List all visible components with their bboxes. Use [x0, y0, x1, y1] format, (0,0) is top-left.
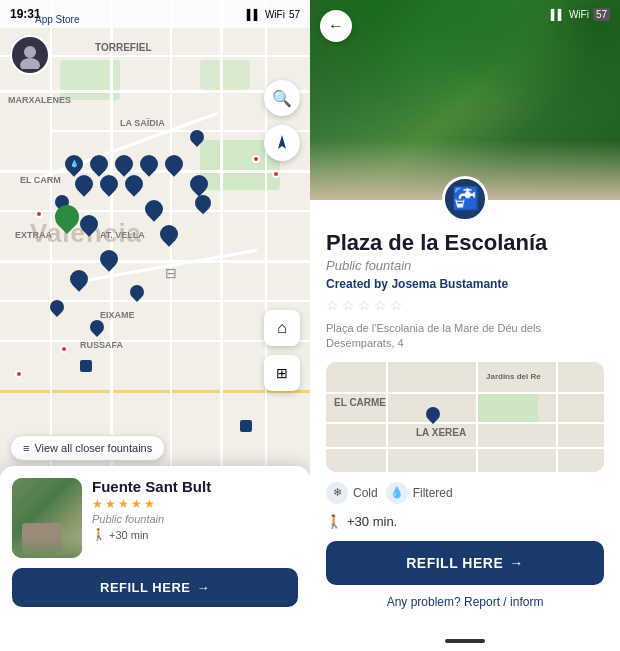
red-marker-3[interactable]	[35, 210, 43, 218]
report-link[interactable]: Report / inform	[464, 595, 543, 609]
road-h6	[0, 260, 310, 263]
fountain-pin-14[interactable]	[100, 250, 118, 272]
home-indicator-right	[445, 639, 485, 643]
cold-label: Cold	[353, 486, 378, 500]
refill-arrow-right: →	[509, 555, 524, 571]
fountain-badge: 🚰	[442, 176, 488, 222]
fountain-pin-18[interactable]	[90, 320, 108, 342]
fountain-pin-19[interactable]	[195, 195, 213, 217]
road-yellow	[0, 390, 310, 393]
fountain-pin-12[interactable]	[80, 215, 98, 237]
refill-label-left: REFILL HERE	[100, 580, 191, 595]
fountain-pin-20[interactable]	[190, 130, 208, 152]
left-panel: 19:31 ▌▌ WiFi 57 App Store TORREFIEL MAR…	[0, 0, 310, 651]
location-icon	[273, 134, 291, 152]
detail-content: Plaza de la Escolanía Public fountain Cr…	[310, 200, 620, 633]
fountain-pin-3[interactable]	[115, 155, 133, 177]
red-marker-2[interactable]	[272, 170, 280, 178]
card-walk: 🚶 +30 min	[92, 528, 298, 541]
filter-button[interactable]: ⊞	[264, 355, 300, 391]
star-2: ★	[105, 497, 116, 511]
filtered-label: Filtered	[413, 486, 453, 500]
view-all-label: View all closer fountains	[34, 442, 152, 454]
star-1: ★	[92, 497, 103, 511]
search-button[interactable]: 🔍	[264, 80, 300, 116]
fountain-pin-13[interactable]	[160, 225, 178, 247]
red-marker-4[interactable]	[60, 345, 68, 353]
mini-road-h3	[326, 447, 604, 449]
mini-map[interactable]: EL CARME LA XEREA Jardins del Re	[326, 362, 604, 472]
fountain-pin-9[interactable]	[190, 175, 208, 197]
fountain-icon: 🚰	[452, 186, 479, 212]
star-3: ★	[118, 497, 129, 511]
detail-creator: Created by Josema Bustamante	[326, 277, 604, 291]
blue-marker-1[interactable]	[80, 360, 92, 372]
card-image-inner	[12, 478, 82, 558]
walk-icon-right: 🚶	[326, 514, 342, 529]
refill-arrow-left: →	[197, 580, 211, 595]
detail-address: Plaça de l'Escolania de la Mare de Déu d…	[326, 321, 604, 352]
red-marker-5[interactable]	[15, 370, 23, 378]
card-image	[12, 478, 82, 558]
walk-icon: 🚶	[92, 528, 106, 541]
mini-label-elcarme: EL CARME	[334, 397, 386, 408]
fountain-pin-1[interactable]: 💧	[65, 155, 83, 177]
card-content: Fuente Sant Bult ★ ★ ★ ★ ★ Public founta…	[12, 478, 298, 558]
red-marker-1[interactable]	[252, 155, 260, 163]
fountain-pin-17[interactable]	[50, 300, 68, 322]
fountain-pin-2[interactable]	[90, 155, 108, 177]
status-bar-right: ▌▌ WiFi 57	[310, 0, 620, 28]
battery-left: 57	[289, 9, 300, 20]
detail-stars: ☆ ☆ ☆ ☆ ☆	[326, 297, 604, 313]
road-h7	[0, 300, 310, 302]
battery-right: 57	[593, 8, 610, 21]
filtered-icon: 💧	[386, 482, 408, 504]
fountain-pin-4[interactable]	[140, 155, 158, 177]
fountain-pin-16[interactable]	[130, 285, 148, 307]
hero-image: ▌▌ WiFi 57 ← 🚰	[310, 0, 620, 200]
mini-label-laxerea: LA XEREA	[416, 427, 466, 438]
empty-star-5: ☆	[390, 297, 403, 313]
tag-cold: ❄ Cold	[326, 482, 378, 504]
svg-point-0	[24, 46, 36, 58]
wifi-icon: WiFi	[265, 9, 285, 20]
fountain-pin-11[interactable]	[145, 200, 163, 222]
road-h2	[0, 90, 310, 93]
creator-name: Josema Bustamante	[391, 277, 508, 291]
empty-star-4: ☆	[374, 297, 387, 313]
walk-time: +30 min	[109, 529, 148, 541]
fountain-pin-7[interactable]	[100, 175, 118, 197]
tag-filtered: 💧 Filtered	[386, 482, 453, 504]
mini-road-v1	[386, 362, 388, 472]
refill-button-right[interactable]: REFILL HERE →	[326, 541, 604, 585]
fountain-pin-15[interactable]	[70, 270, 88, 292]
wifi-icon-right: WiFi	[569, 9, 589, 20]
fountain-pin-8[interactable]	[125, 175, 143, 197]
fountain-card: Fuente Sant Bult ★ ★ ★ ★ ★ Public founta…	[0, 466, 310, 651]
home-icon: ⌂	[277, 319, 287, 337]
mini-road-v3	[556, 362, 558, 472]
blue-marker-2[interactable]	[240, 420, 252, 432]
card-stars: ★ ★ ★ ★ ★	[92, 497, 298, 511]
avatar[interactable]	[10, 35, 50, 75]
empty-star-3: ☆	[358, 297, 371, 313]
fountain-pin-6[interactable]	[75, 175, 93, 197]
empty-star-1: ☆	[326, 297, 339, 313]
app-store-label: App Store	[35, 14, 79, 25]
detail-title: Plaza de la Escolanía	[326, 230, 604, 256]
problem-section: Any problem? Report / inform	[326, 595, 604, 609]
green-pin[interactable]	[55, 205, 79, 233]
fountain-pin-5[interactable]	[165, 155, 183, 177]
home-button[interactable]: ⌂	[264, 310, 300, 346]
creator-prefix: Created by	[326, 277, 388, 291]
refill-button-left[interactable]: REFILL HERE →	[12, 568, 298, 607]
empty-star-2: ☆	[342, 297, 355, 313]
view-all-button[interactable]: ≡ View all closer fountains	[10, 435, 165, 461]
location-button[interactable]	[264, 125, 300, 161]
mini-road-h2	[326, 422, 604, 424]
refill-label-right: REFILL HERE	[406, 555, 503, 571]
building-icon: ⊟	[165, 265, 177, 281]
signal-icon: ▌▌	[247, 9, 261, 20]
mini-label-jardres: Jardins del Re	[486, 372, 541, 381]
mini-road-h1	[326, 392, 604, 394]
